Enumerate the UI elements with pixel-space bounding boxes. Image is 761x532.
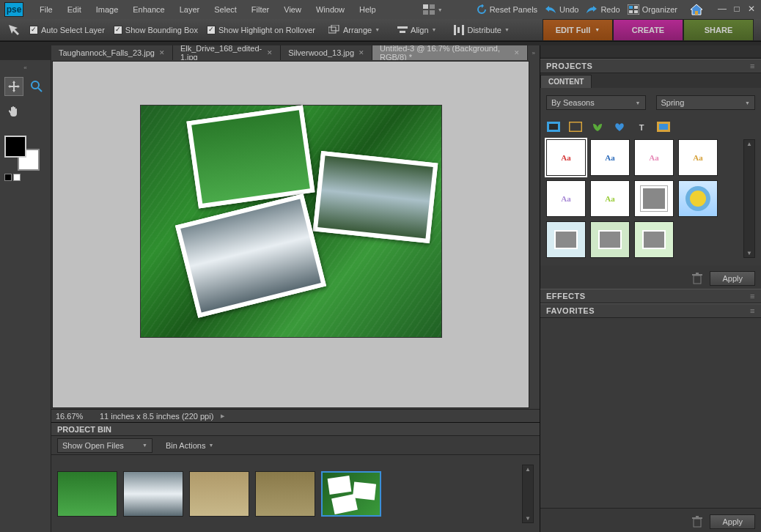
edit-mode-tab[interactable]: EDIT Full▼ — [543, 19, 613, 41]
menu-file[interactable]: File — [32, 2, 60, 17]
favorites-panel-header[interactable]: FAVORITES ≡ — [540, 303, 761, 318]
reset-panels-button[interactable]: Reset Panels — [477, 4, 537, 15]
canvas-viewport[interactable] — [52, 61, 529, 408]
content-thumb-layout[interactable] — [634, 221, 674, 258]
content-thumb-text-style[interactable]: Aa — [590, 180, 630, 217]
undo-button[interactable]: Undo — [545, 5, 578, 14]
bin-thumb-waterfall[interactable] — [123, 471, 183, 517]
menu-bar: pse FileEditImageEnhanceLayerSelectFilte… — [0, 0, 761, 19]
menu-view[interactable]: View — [276, 2, 309, 17]
filter-by-dropdown[interactable]: By Seasons▼ — [546, 95, 646, 110]
foreground-color-swatch[interactable] — [4, 136, 26, 158]
content-thumb-text-style[interactable]: Aa — [590, 139, 630, 176]
maximize-button[interactable]: □ — [732, 4, 742, 15]
hand-tool[interactable] — [4, 102, 23, 121]
svg-rect-0 — [423, 4, 428, 9]
filter-frames-icon[interactable] — [568, 120, 583, 133]
bin-thumb-collage[interactable] — [321, 471, 381, 517]
apply-favorite-button[interactable]: Apply — [710, 514, 755, 529]
close-tab-icon[interactable]: ✕ — [359, 49, 364, 56]
panel-menu-icon[interactable]: ≡ — [750, 292, 755, 300]
document-tab[interactable]: Taughannock_Falls_23.jpg✕ — [51, 45, 173, 60]
bin-thumb-deer[interactable] — [57, 471, 117, 517]
arrange-documents-dropdown[interactable]: ▼ — [419, 3, 447, 16]
redo-button[interactable]: Redo — [586, 5, 620, 14]
share-mode-tab[interactable]: SHARE — [683, 19, 754, 41]
menu-filter[interactable]: Filter — [244, 2, 276, 17]
menu-enhance[interactable]: Enhance — [125, 2, 172, 17]
svg-rect-16 — [462, 25, 464, 35]
close-button[interactable]: ✕ — [746, 4, 757, 15]
content-thumb-layout[interactable] — [590, 221, 630, 258]
show-highlight-checkbox[interactable]: Show Highlight on Rollover — [207, 26, 315, 34]
zoom-level[interactable]: 16.67% — [56, 412, 92, 421]
organizer-button[interactable]: Organizer — [628, 4, 677, 15]
panel-menu-icon[interactable]: ≡ — [750, 306, 755, 315]
artboard[interactable] — [141, 106, 441, 337]
bin-scrollbar[interactable] — [522, 465, 534, 523]
content-thumb-text-style[interactable]: Aa — [546, 139, 586, 176]
project-bin-header[interactable]: PROJECT BIN — [51, 423, 540, 436]
delete-content-button[interactable] — [692, 273, 702, 284]
move-tool[interactable] — [4, 77, 23, 96]
effects-panel-header[interactable]: EFFECTS ≡ — [540, 289, 761, 303]
bin-actions-dropdown[interactable]: Bin Actions▼ — [161, 440, 218, 451]
bin-thumb-bird[interactable] — [189, 471, 249, 517]
content-thumb-text-style[interactable]: Aa — [678, 139, 718, 176]
panel-menu-icon[interactable]: ≡ — [750, 62, 755, 70]
bin-filter-dropdown[interactable]: Show Open Files▼ — [57, 438, 152, 453]
distribute-dropdown[interactable]: Distribute▼ — [449, 23, 513, 37]
menu-edit[interactable]: Edit — [60, 2, 89, 17]
content-panel-tab[interactable]: CONTENT — [540, 75, 592, 88]
filter-by-label: By Seasons — [551, 98, 595, 107]
svg-rect-2 — [423, 10, 428, 15]
content-thumb-layout[interactable] — [546, 221, 586, 258]
color-swatches[interactable] — [4, 136, 40, 171]
content-scrollbar[interactable] — [743, 139, 755, 258]
delete-favorite-button[interactable] — [692, 516, 702, 528]
placed-photo-3[interactable] — [175, 193, 326, 318]
content-thumb-text-style[interactable]: Aa — [546, 180, 586, 217]
document-tab[interactable]: Untitled-3 @ 16.7% (Background, RGB/8) *… — [372, 45, 528, 60]
zoom-tool[interactable] — [28, 77, 47, 96]
filter-backgrounds-icon[interactable] — [546, 120, 561, 133]
create-mode-tab[interactable]: CREATE — [613, 19, 683, 41]
align-dropdown[interactable]: Align▼ — [393, 23, 441, 37]
tab-overflow-button[interactable]: » — [528, 45, 540, 60]
tools-collapse-handle[interactable]: « — [4, 64, 46, 71]
svg-rect-10 — [328, 27, 336, 33]
document-tab[interactable]: Elk_Drive_168_edited-1.jpg✕ — [173, 45, 281, 60]
menu-image[interactable]: Image — [89, 2, 126, 17]
arrange-dropdown[interactable]: Arrange▼ — [324, 23, 384, 37]
show-bounding-box-checkbox[interactable]: Show Bounding Box — [114, 26, 198, 34]
filter-graphics-icon[interactable] — [590, 120, 605, 133]
menu-window[interactable]: Window — [309, 2, 352, 17]
minimize-button[interactable]: — — [717, 4, 727, 15]
status-menu-button[interactable]: ▶ — [221, 413, 224, 419]
document-tab[interactable]: Silverwood_13.jpg✕ — [281, 45, 372, 60]
placed-photo-2[interactable] — [313, 151, 438, 243]
filter-themes-icon[interactable] — [656, 120, 671, 133]
home-button[interactable] — [689, 3, 704, 16]
auto-select-layer-checkbox[interactable]: Auto Select Layer — [29, 26, 105, 34]
bin-thumb-frog[interactable] — [255, 471, 315, 517]
panel-collapse-bar[interactable] — [540, 45, 761, 59]
menu-select[interactable]: Select — [207, 2, 244, 17]
projects-panel-header[interactable]: PROJECTS ≡ — [540, 59, 761, 73]
filter-text-icon[interactable]: T — [634, 120, 649, 133]
default-colors-button[interactable] — [4, 174, 21, 181]
menu-layer[interactable]: Layer — [172, 2, 207, 17]
content-thumb-frame[interactable] — [634, 180, 674, 217]
content-thumb-text-style[interactable]: Aa — [634, 139, 674, 176]
menu-help[interactable]: Help — [352, 2, 383, 17]
close-tab-icon[interactable]: ✕ — [267, 49, 273, 56]
filter-shapes-icon[interactable] — [612, 120, 627, 133]
content-thumb-flower[interactable] — [678, 180, 718, 217]
placed-photo-1[interactable] — [186, 105, 315, 208]
close-tab-icon[interactable]: ✕ — [514, 49, 520, 56]
filter-value-dropdown[interactable]: Spring▼ — [656, 95, 756, 110]
close-tab-icon[interactable]: ✕ — [159, 49, 165, 56]
document-tab-label: Elk_Drive_168_edited-1.jpg — [180, 44, 262, 62]
app-logo[interactable]: pse — [4, 2, 23, 17]
apply-content-button[interactable]: Apply — [710, 271, 755, 286]
